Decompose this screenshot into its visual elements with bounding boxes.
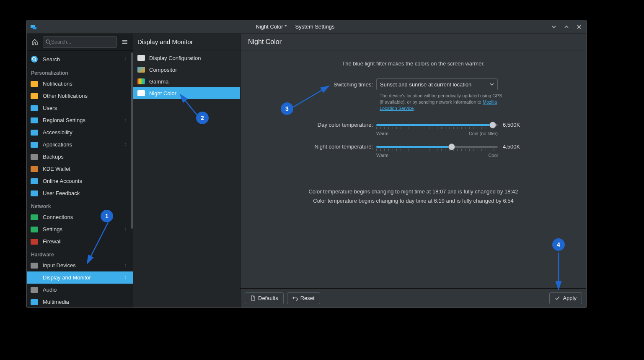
- midcol-item-display-configuration[interactable]: Display Configuration: [133, 52, 240, 64]
- sidebar-item-label: Audio: [43, 287, 129, 293]
- chevron-right-icon: 〉: [124, 227, 129, 232]
- undo-icon: [292, 295, 298, 301]
- night-temp-value: 4,500K: [503, 143, 520, 150]
- midcol-item-label: Display Configuration: [149, 55, 201, 61]
- sidebar-item-label: Input Devices: [43, 262, 124, 269]
- check-icon: [555, 295, 560, 301]
- compositor-icon: [137, 67, 145, 73]
- sidebar-item-audio[interactable]: Audio: [27, 284, 133, 296]
- bell-icon: [30, 92, 39, 100]
- annotation-marker-1: 1: [101, 210, 113, 222]
- schedule-line-2: Color temperature begins changing to day…: [251, 196, 576, 206]
- annotation-marker-2: 2: [196, 112, 209, 124]
- midcol-item-label: Night Color: [149, 90, 176, 97]
- night-temp-label: Night color temperature:: [251, 143, 376, 150]
- night-temp-slider[interactable]: [376, 143, 498, 150]
- annotation-marker-3: 3: [281, 102, 293, 115]
- home-button[interactable]: [29, 36, 40, 48]
- slider-warm-label: Warm: [376, 131, 388, 136]
- sidebar-item-kde-wallet[interactable]: KDE Wallet: [27, 163, 133, 175]
- location-hint: The device's location will be periodical…: [380, 93, 505, 112]
- chevron-right-icon: 〉: [124, 56, 129, 62]
- sidebar-item-search[interactable]: Search 〉: [27, 52, 133, 66]
- document-icon: [250, 295, 256, 301]
- minimize-button[interactable]: [550, 23, 558, 31]
- main-panel: Night Color The blue light filter makes …: [241, 34, 586, 308]
- sidebar-item-regional-settings[interactable]: Regional Settings〉: [27, 114, 133, 126]
- sidebar-item-accessibility[interactable]: Accessibility: [27, 126, 133, 138]
- sidebar-item-label: Regional Settings: [43, 117, 124, 123]
- grid-icon: [30, 141, 39, 149]
- search-icon: [46, 39, 51, 45]
- search-field[interactable]: [43, 36, 117, 48]
- mouse-icon: [30, 261, 39, 270]
- sidebar-item-online-accounts[interactable]: Online Accounts: [27, 175, 133, 187]
- schedule-line-1: Color temperature begins changing to nig…: [251, 187, 576, 196]
- globe-icon: [30, 213, 39, 222]
- defaults-button[interactable]: Defaults: [245, 292, 284, 304]
- sidebar-item-label: Settings: [43, 226, 124, 232]
- sidebar-item-display-and-monitor[interactable]: Display and Monitor〉: [27, 271, 133, 284]
- sidebar-item-notifications[interactable]: Notifications: [27, 78, 133, 90]
- sidebar-item-label: User Feedback: [43, 190, 129, 196]
- sidebar-scrollbar[interactable]: [131, 52, 133, 229]
- sidebar-item-label: Search: [43, 56, 124, 63]
- day-temp-label: Day color temperature:: [251, 122, 376, 128]
- annotation-marker-4: 4: [552, 238, 565, 251]
- sidebar-item-multimedia[interactable]: Multimedia: [27, 296, 133, 308]
- sidebar-item-label: Backups: [43, 154, 129, 160]
- sidebar-item-label: KDE Wallet: [43, 166, 129, 172]
- midcol-item-compositor[interactable]: Compositor: [133, 64, 240, 76]
- accessibility-icon: [30, 128, 39, 137]
- sidebar-item-backups[interactable]: Backups: [27, 151, 133, 163]
- sidebar-item-label: Multimedia: [43, 299, 129, 305]
- sidebar-group-header: Network: [27, 199, 133, 211]
- midcol-item-label: Compositor: [149, 67, 177, 73]
- safe-icon: [30, 153, 39, 161]
- close-button[interactable]: [575, 23, 583, 31]
- combo-value: Sunset and sunrise at current location: [380, 81, 490, 88]
- sidebar-item-user-feedback[interactable]: User Feedback: [27, 187, 133, 199]
- sidebar-item-label: Applications: [43, 141, 124, 148]
- midcol-item-label: Gamma: [149, 78, 168, 85]
- midcol-item-gamma[interactable]: Gamma: [133, 76, 240, 87]
- search-icon: [30, 55, 39, 63]
- sidebar-item-label: Accessibility: [43, 129, 129, 136]
- midcol-item-night-color[interactable]: Night Color: [133, 87, 240, 99]
- sidebar-item-firewall[interactable]: Firewall: [27, 235, 133, 248]
- sidebar-item-label: Online Accounts: [43, 178, 129, 184]
- subcategory-header: Display and Monitor: [133, 34, 240, 50]
- slider-warm-label: Warm: [376, 153, 388, 158]
- sidebar-item-applications[interactable]: Applications〉: [27, 138, 133, 151]
- flag-icon: [30, 116, 39, 125]
- svg-rect-1: [33, 27, 36, 29]
- sidebar-item-input-devices[interactable]: Input Devices〉: [27, 259, 133, 271]
- day-temp-value: 6,500K: [503, 122, 520, 128]
- sidebar-item-settings[interactable]: Settings〉: [27, 223, 133, 235]
- gamma-icon: [137, 78, 145, 84]
- slider-cool-label: Cool: [488, 153, 498, 158]
- reset-button[interactable]: Reset: [287, 292, 320, 304]
- sidebar-item-connections[interactable]: Connections: [27, 211, 133, 223]
- search-input[interactable]: [51, 39, 114, 45]
- sidebar-item-label: Connections: [43, 214, 129, 220]
- subcategory-panel: Display and Monitor Display Configuratio…: [133, 34, 241, 308]
- chevron-right-icon: 〉: [124, 263, 129, 269]
- user-icon: [30, 104, 39, 112]
- apply-button[interactable]: Apply: [549, 292, 582, 304]
- chevron-right-icon: 〉: [124, 275, 129, 281]
- maximize-button[interactable]: [563, 23, 570, 31]
- sidebar-item-users[interactable]: Users: [27, 102, 133, 114]
- svg-point-2: [46, 40, 49, 43]
- hamburger-button[interactable]: [119, 36, 130, 48]
- chevron-down-icon: [490, 82, 494, 86]
- switching-times-combo[interactable]: Sunset and sunrise at current location: [376, 78, 498, 90]
- sidebar-item-label: Other Notifications: [43, 93, 129, 99]
- chat-icon: [30, 189, 39, 198]
- sidebar-item-other-notifications[interactable]: Other Notifications: [27, 90, 133, 102]
- titlebar: Night Color * — System Settings: [27, 20, 586, 34]
- page-title: Night Color: [241, 34, 586, 50]
- monitor-icon: [137, 55, 145, 61]
- day-temp-slider[interactable]: [376, 122, 498, 128]
- monitor-icon: [30, 274, 39, 282]
